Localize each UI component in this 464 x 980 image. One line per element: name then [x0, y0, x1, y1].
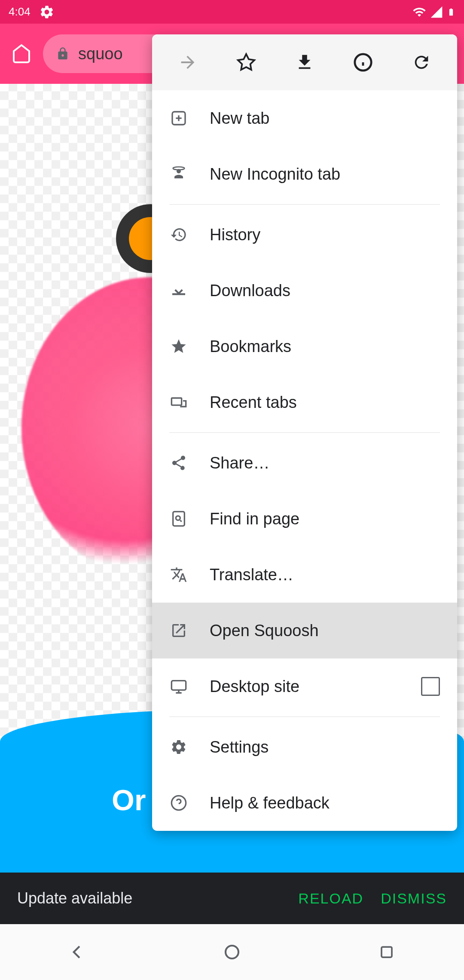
home-button[interactable]: [9, 41, 34, 67]
dismiss-action[interactable]: DISMISS: [381, 890, 447, 907]
forward-button[interactable]: [175, 49, 201, 75]
menu-new-incognito[interactable]: New Incognito tab: [152, 146, 457, 202]
menu-label: Bookmarks: [210, 337, 440, 356]
desktop-checkbox[interactable]: [421, 677, 440, 696]
lock-icon: [56, 47, 70, 61]
recent-tabs-icon: [169, 393, 188, 412]
menu-label: Help & feedback: [210, 794, 440, 812]
menu-settings[interactable]: Settings: [152, 719, 457, 775]
desktop-icon: [169, 677, 188, 696]
info-button[interactable]: [350, 49, 376, 75]
wifi-icon: [412, 5, 426, 19]
svg-rect-13: [382, 947, 392, 957]
menu-find-in-page[interactable]: Find in page: [152, 491, 457, 547]
bookmarks-icon: [169, 337, 188, 356]
menu-bookmarks[interactable]: Bookmarks: [152, 318, 457, 374]
reload-action[interactable]: RELOAD: [298, 890, 363, 907]
cellular-icon: [430, 5, 443, 19]
bookmark-button[interactable]: [233, 49, 259, 75]
menu-translate[interactable]: Translate…: [152, 547, 457, 603]
android-nav-bar: [0, 924, 464, 980]
menu-label: Share…: [210, 454, 440, 472]
menu-desktop-site[interactable]: Desktop site: [152, 658, 457, 714]
translate-icon: [169, 565, 188, 584]
open-app-icon: [169, 621, 188, 640]
menu-label: Settings: [210, 738, 440, 756]
svg-rect-10: [171, 681, 186, 690]
menu-share[interactable]: Share…: [152, 435, 457, 491]
menu-divider: [169, 432, 440, 433]
svg-point-9: [176, 516, 180, 520]
reload-button[interactable]: [409, 49, 434, 75]
status-bar: 4:04: [0, 0, 464, 24]
share-icon: [169, 453, 188, 472]
find-icon: [169, 509, 188, 528]
menu-label: Find in page: [210, 510, 440, 528]
menu-open-app[interactable]: Open Squoosh: [152, 603, 457, 658]
snackbar-message: Update available: [17, 889, 281, 907]
menu-label: Downloads: [210, 282, 440, 300]
update-snackbar: Update available RELOAD DISMISS: [0, 873, 464, 924]
new-tab-icon: [169, 109, 188, 128]
svg-rect-8: [173, 511, 185, 526]
url-text: squoo: [78, 45, 123, 63]
menu-recent-tabs[interactable]: Recent tabs: [152, 374, 457, 430]
menu-top-actions: [152, 34, 457, 90]
menu-label: New Incognito tab: [210, 165, 440, 184]
menu-new-tab[interactable]: New tab: [152, 90, 457, 146]
home-nav-button[interactable]: [219, 939, 245, 965]
menu-label: New tab: [210, 109, 440, 128]
svg-rect-7: [171, 398, 181, 405]
help-icon: [169, 793, 188, 812]
settings-icon: [169, 738, 188, 756]
menu-label: Desktop site: [210, 677, 400, 696]
recents-button[interactable]: [374, 939, 400, 965]
menu-label: Open Squoosh: [210, 622, 440, 640]
svg-point-6: [173, 167, 185, 170]
settings-gear-icon: [39, 4, 55, 20]
svg-point-12: [226, 946, 238, 959]
battery-icon: [447, 5, 455, 19]
menu-history[interactable]: History: [152, 207, 457, 263]
incognito-icon: [169, 165, 188, 184]
menu-help[interactable]: Help & feedback: [152, 775, 457, 831]
menu-downloads[interactable]: Downloads: [152, 263, 457, 318]
menu-label: Translate…: [210, 566, 440, 584]
status-time: 4:04: [9, 5, 31, 18]
downloads-icon: [169, 281, 188, 300]
chrome-menu: New tab New Incognito tab History Downlo…: [152, 34, 457, 831]
menu-divider: [169, 204, 440, 205]
back-button[interactable]: [64, 939, 90, 965]
menu-label: Recent tabs: [210, 393, 440, 412]
history-icon: [169, 225, 188, 244]
menu-divider: [169, 717, 440, 717]
download-button[interactable]: [292, 49, 317, 75]
menu-label: History: [210, 226, 440, 244]
